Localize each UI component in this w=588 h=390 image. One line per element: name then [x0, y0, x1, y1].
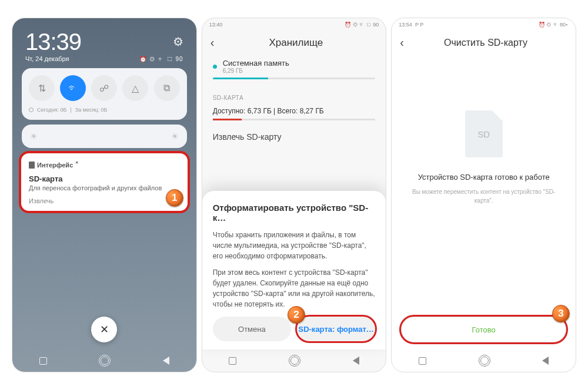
system-storage-label: Системная память — [223, 59, 289, 68]
date-label: Чт, 24 декабря — [25, 55, 69, 62]
screenshot-toggle[interactable]: ⧉ — [154, 75, 180, 101]
sd-eject-row[interactable]: Извлечь SD-карту — [202, 120, 386, 146]
sd-card-notification[interactable]: Интерфейс ˄ SD-карта Для переноса фотогр… — [21, 153, 188, 211]
nav-back-icon[interactable] — [163, 357, 169, 365]
back-button[interactable]: ‹ — [211, 36, 215, 49]
sd-section-header: SD-КАРТА — [202, 84, 386, 107]
nav-home-icon[interactable] — [480, 357, 489, 365]
page-title: Хранилище — [214, 37, 377, 49]
mobile-data-toggle[interactable]: ⇅ — [29, 75, 55, 101]
data-usage-icon — [29, 107, 34, 112]
done-button[interactable]: Готово — [401, 317, 566, 342]
screen-storage-settings: 13:40 ⏰ ⚙ ᯤ ⬚ 90 ‹ Хранилище Системная п… — [202, 18, 387, 372]
back-button[interactable]: ‹ — [400, 36, 404, 49]
dnd-toggle[interactable]: △ — [122, 75, 148, 101]
step-badge-3: 3 — [552, 305, 570, 322]
nav-recents-icon[interactable] — [419, 357, 426, 365]
status-time: 13:40 — [209, 22, 223, 28]
sd-card-illustration-icon: SD — [465, 110, 503, 157]
android-navbar — [392, 349, 576, 372]
notif-app-name: Интерфейс — [37, 162, 73, 169]
chevron-up-icon: ˄ — [75, 161, 79, 169]
brightness-low-icon: ☀ — [30, 132, 38, 141]
step-badge-1: 1 — [166, 189, 183, 207]
screen-lockscreen: 13:39 ⚙ Чт, 24 декабря ⏰ ⚙ ᯤ ⬚ 90 ⇅ ᯤ ☍ … — [12, 18, 197, 372]
status-extra: P P — [415, 22, 423, 28]
page-title: Очистить SD-карту — [404, 38, 567, 48]
wifi-toggle[interactable]: ᯤ — [60, 75, 86, 101]
system-storage-bar — [213, 78, 376, 79]
data-today: Сегодня: 0Б — [37, 107, 66, 113]
format-bottom-sheet: Отформатировать устройство "SD-к… Чтобы … — [202, 191, 386, 349]
sheet-title: Отформатировать устройство "SD-к… — [213, 203, 376, 223]
step-badge-2: 2 — [288, 306, 305, 324]
nav-recents-icon[interactable] — [229, 357, 236, 365]
system-storage-size: 6,29 ГБ — [223, 68, 289, 74]
sd-available-text: Доступно: 6,73 ГБ | Всего: 8,27 ГБ — [202, 107, 386, 115]
status-icons: ⏰ ⚙ ᯤ ⬚ 90 — [345, 22, 379, 28]
sd-illustration-label: SD — [477, 129, 490, 139]
nav-recents-icon[interactable] — [39, 357, 47, 365]
ready-message: Устройство SD-карта готово к работе — [392, 173, 576, 181]
notif-body: Для переноса фотографий и других файлов — [29, 184, 180, 191]
clock-time: 13:39 — [25, 29, 81, 55]
notif-eject-action[interactable]: Извлечь — [29, 197, 180, 204]
status-icons: ⏰ ⚙ ᯤ 80▸ — [539, 22, 569, 28]
android-navbar — [12, 349, 196, 372]
quick-settings-panel: ⇅ ᯤ ☍ △ ⧉ Сегодня: 0Б | За месяц: 0Б — [22, 68, 187, 120]
notif-title: SD-карта — [29, 174, 180, 183]
nav-home-icon[interactable] — [290, 357, 299, 365]
settings-icon[interactable]: ⚙ — [173, 29, 183, 49]
cancel-button[interactable]: Отмена — [213, 317, 291, 341]
system-storage-dot-icon — [213, 65, 217, 69]
app-icon — [29, 162, 35, 169]
nav-back-icon[interactable] — [542, 357, 549, 365]
format-button[interactable]: SD-карта: формат… 2 — [297, 317, 375, 341]
status-time: 13:54 — [399, 22, 412, 28]
nav-home-icon[interactable] — [101, 357, 109, 365]
brightness-slider[interactable]: ☀ ☀ — [22, 125, 187, 148]
nav-back-icon[interactable] — [353, 357, 359, 365]
hint-message: Вы можете переместить контент на устройс… — [392, 187, 576, 205]
android-navbar — [202, 349, 386, 372]
sheet-paragraph-1: Чтобы хранить приложения и файлы, в том … — [213, 230, 376, 261]
format-button-label: SD-карта: формат… — [298, 325, 373, 334]
brightness-high-icon: ☀ — [171, 132, 179, 141]
sheet-paragraph-2: При этом весь контент с устройства "SD-к… — [213, 267, 376, 310]
flashlight-toggle[interactable]: ☍ — [91, 75, 117, 101]
screen-format-done: 13:54 P P ⏰ ⚙ ᯤ 80▸ ‹ Очистить SD-карту … — [391, 18, 576, 372]
status-icons: ⏰ ⚙ ᯤ ⬚ 90 — [139, 56, 183, 62]
data-month: За месяц: 0Б — [75, 107, 108, 113]
clear-notifications-button[interactable]: ✕ — [91, 317, 117, 342]
